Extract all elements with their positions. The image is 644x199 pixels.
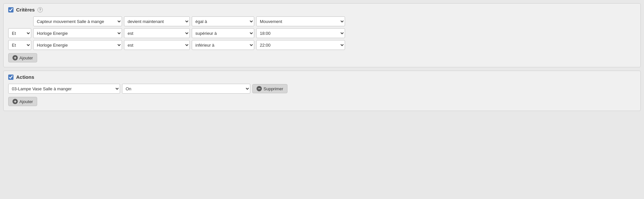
criteria-row-3: Et Horloge Energie est inférieur à 22:00	[8, 40, 636, 50]
criteria-row2-operator-select[interactable]: est	[124, 28, 190, 38]
criteria-help-icon[interactable]: ?	[37, 7, 43, 12]
actions-row-1: 03-Lampe Vase Salle à manger On Off − Su…	[8, 84, 636, 94]
action-delete-label: Supprimer	[263, 86, 283, 91]
criteria-row1-value-select[interactable]: Mouvement	[256, 16, 345, 26]
action-delete-button[interactable]: − Supprimer	[252, 84, 287, 93]
criteria-row-2: Et Horloge Energie est supérieur à 18:00	[8, 28, 636, 38]
criteria-row1-device-select[interactable]: Capteur mouvement Salle à mange	[33, 16, 122, 26]
criteria-row1-comparator-select[interactable]: égal à	[192, 16, 254, 26]
criteria-row3-comparator-select[interactable]: inférieur à	[192, 40, 254, 50]
action-row1-value-select[interactable]: On Off	[122, 84, 250, 94]
criteria-header: Critères ?	[8, 7, 636, 12]
criteria-row2-device-select[interactable]: Horloge Energie	[33, 28, 122, 38]
criteria-row3-value-select[interactable]: 22:00	[256, 40, 345, 50]
actions-checkbox[interactable]	[8, 75, 13, 80]
actions-header: Actions	[8, 74, 636, 80]
criteria-section: Critères ? Capteur mouvement Salle à man…	[3, 3, 641, 67]
action-row1-device-select[interactable]: 03-Lampe Vase Salle à manger	[8, 84, 120, 94]
criteria-add-label: Ajouter	[19, 55, 33, 60]
criteria-row3-operator-select[interactable]: est	[124, 40, 190, 50]
criteria-row2-value-select[interactable]: 18:00	[256, 28, 345, 38]
criteria-row1-operator-select[interactable]: devient maintenant	[124, 16, 190, 26]
action-delete-icon: −	[257, 86, 262, 91]
criteria-row-1: Capteur mouvement Salle à mange devient …	[33, 16, 636, 26]
criteria-add-icon: +	[12, 55, 18, 60]
actions-title: Actions	[16, 74, 34, 80]
criteria-row3-connector-select[interactable]: Et	[8, 40, 31, 50]
actions-add-icon: +	[12, 99, 18, 104]
actions-section: Actions 03-Lampe Vase Salle à manger On …	[3, 71, 641, 111]
criteria-row2-connector-select[interactable]: Et	[8, 28, 31, 38]
criteria-row3-device-select[interactable]: Horloge Energie	[33, 40, 122, 50]
criteria-checkbox[interactable]	[8, 7, 13, 12]
actions-add-button[interactable]: + Ajouter	[8, 97, 37, 106]
criteria-add-button[interactable]: + Ajouter	[8, 53, 37, 62]
criteria-row2-comparator-select[interactable]: supérieur à	[192, 28, 254, 38]
criteria-title: Critères	[16, 7, 35, 12]
actions-add-label: Ajouter	[19, 99, 33, 104]
